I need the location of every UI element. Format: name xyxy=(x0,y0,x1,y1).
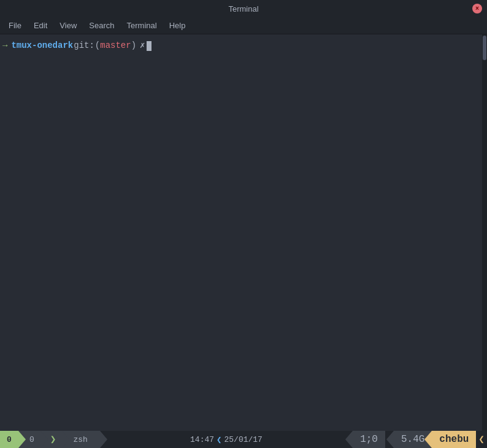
menu-view[interactable]: View xyxy=(53,18,83,33)
git-paren-open: ( xyxy=(95,39,100,52)
title-bar: Terminal × xyxy=(0,0,487,17)
git-label: git: xyxy=(74,39,94,52)
terminal-cursor xyxy=(147,41,151,51)
git-branch: master xyxy=(100,39,131,52)
menu-edit[interactable]: Edit xyxy=(28,18,53,33)
status-bar: 0 0 ❯ zsh 14:47 ❮ 25/01/17 1;0 5.4G cheb… xyxy=(0,431,487,448)
terminal-content[interactable]: → tmux-onedark git: ( master ) ✗ xyxy=(0,34,487,431)
close-button[interactable]: × xyxy=(472,4,482,14)
status-left-num1: 0 xyxy=(0,431,18,448)
menu-bar: File Edit View Search Terminal Help xyxy=(0,17,487,34)
prompt-symbol: ✗ xyxy=(140,39,145,52)
status-middle: 14:47 ❮ 25/01/17 xyxy=(100,431,353,448)
prompt-line: → tmux-onedark git: ( master ) ✗ xyxy=(2,39,485,52)
status-date-arrow: ❮ xyxy=(217,434,221,445)
directory-name: tmux-onedark xyxy=(11,39,73,52)
window-title: Terminal xyxy=(228,4,258,14)
menu-terminal[interactable]: Terminal xyxy=(121,18,163,33)
status-date: 25/01/17 xyxy=(224,435,263,444)
git-paren-close: ) xyxy=(131,39,136,52)
status-time: 14:47 xyxy=(190,435,214,444)
menu-help[interactable]: Help xyxy=(163,18,192,33)
scrollbar-thumb[interactable] xyxy=(483,36,486,60)
menu-file[interactable]: File xyxy=(2,18,28,33)
prompt-arrow: → xyxy=(2,39,7,52)
menu-search[interactable]: Search xyxy=(83,18,120,33)
scrollbar[interactable] xyxy=(482,34,487,431)
status-username: chebu xyxy=(432,431,476,448)
status-end-arrow: ❮ xyxy=(476,431,487,448)
status-session: 1;0 xyxy=(353,431,385,448)
